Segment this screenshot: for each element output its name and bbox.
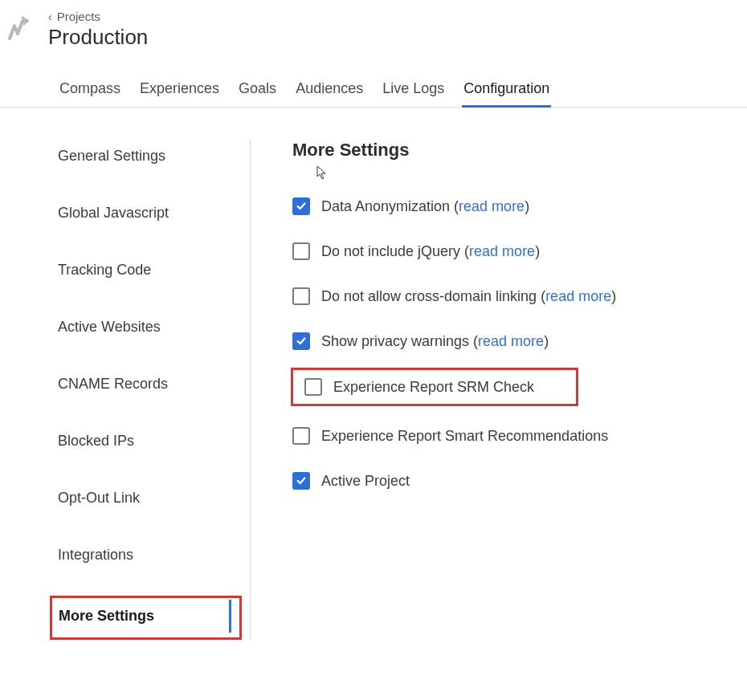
checkbox-activeproject[interactable] bbox=[292, 472, 310, 490]
read-more-link[interactable]: read more bbox=[478, 333, 544, 349]
breadcrumb-label: Projects bbox=[57, 10, 100, 23]
sidebar-item-moresettings[interactable]: More Settings bbox=[59, 600, 231, 633]
read-more-link[interactable]: read more bbox=[545, 288, 611, 304]
panel-title: More Settings bbox=[292, 140, 747, 161]
tab-compass[interactable]: Compass bbox=[58, 80, 122, 108]
highlight-annotation-sidebar: More Settings bbox=[50, 596, 242, 640]
sidebar-item-optout[interactable]: Opt-Out Link bbox=[58, 482, 242, 515]
read-more-link[interactable]: read more bbox=[469, 243, 535, 259]
app-logo bbox=[6, 16, 32, 42]
setting-label: Do not allow cross-domain linking (read … bbox=[321, 288, 616, 305]
setting-label: Active Project bbox=[321, 473, 410, 490]
highlight-annotation-srm: Experience Report SRM Check bbox=[291, 368, 578, 406]
setting-label: Experience Report SRM Check bbox=[333, 379, 534, 396]
tab-bar: Compass Experiences Goals Audiences Live… bbox=[0, 80, 747, 108]
checkbox-srmcheck[interactable] bbox=[304, 378, 322, 396]
setting-label: Do not include jQuery (read more) bbox=[321, 243, 540, 260]
chevron-left-icon: ‹ bbox=[48, 10, 52, 23]
sidebar-item-integrations[interactable]: Integrations bbox=[58, 539, 242, 572]
tab-goals[interactable]: Goals bbox=[237, 80, 278, 108]
setting-label: Show privacy warnings (read more) bbox=[321, 333, 549, 350]
sidebar-item-websites[interactable]: Active Websites bbox=[58, 311, 242, 344]
setting-row-anonymization: Data Anonymization (read more) bbox=[292, 188, 747, 225]
setting-row-smartrec: Experience Report Smart Recommendations bbox=[292, 417, 747, 454]
page-title: Production bbox=[48, 25, 148, 50]
setting-label: Experience Report Smart Recommendations bbox=[321, 428, 608, 445]
settings-sidebar: General Settings Global Javascript Track… bbox=[58, 140, 251, 640]
cursor-icon bbox=[316, 165, 328, 183]
checkbox-nocrossdomain[interactable] bbox=[292, 287, 310, 305]
checkbox-privacywarnings[interactable] bbox=[292, 332, 310, 350]
checkbox-nojquery[interactable] bbox=[292, 242, 310, 260]
checkbox-anonymization[interactable] bbox=[292, 197, 310, 215]
setting-row-nocrossdomain: Do not allow cross-domain linking (read … bbox=[292, 278, 747, 315]
tab-configuration[interactable]: Configuration bbox=[462, 80, 551, 108]
tab-audiences[interactable]: Audiences bbox=[294, 80, 365, 108]
settings-panel: More Settings Data Anonymization (read m… bbox=[251, 140, 747, 640]
tab-experiences[interactable]: Experiences bbox=[138, 80, 221, 108]
sidebar-item-globaljs[interactable]: Global Javascript bbox=[58, 197, 242, 230]
tab-livelogs[interactable]: Live Logs bbox=[381, 80, 446, 108]
sidebar-item-cname[interactable]: CNAME Records bbox=[58, 368, 242, 401]
setting-row-activeproject: Active Project bbox=[292, 462, 747, 499]
setting-label: Data Anonymization (read more) bbox=[321, 198, 529, 215]
sidebar-item-tracking[interactable]: Tracking Code bbox=[58, 254, 242, 287]
setting-row-nojquery: Do not include jQuery (read more) bbox=[292, 233, 747, 270]
read-more-link[interactable]: read more bbox=[459, 198, 525, 214]
checkbox-smartrec[interactable] bbox=[292, 427, 310, 445]
sidebar-item-blockedips[interactable]: Blocked IPs bbox=[58, 425, 242, 458]
setting-row-privacywarnings: Show privacy warnings (read more) bbox=[292, 323, 747, 360]
sidebar-item-general[interactable]: General Settings bbox=[58, 140, 242, 173]
breadcrumb-projects[interactable]: ‹ Projects bbox=[48, 10, 148, 23]
